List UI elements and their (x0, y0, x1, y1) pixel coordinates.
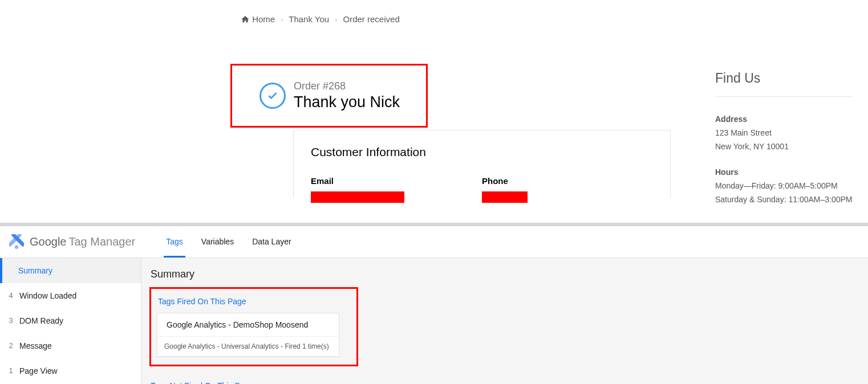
event-num: 3 (7, 316, 15, 325)
breadcrumb-order-received: Order received (343, 14, 400, 24)
gtm-brand-google: Google (30, 235, 67, 248)
confirmation-highlight: Order #268 Thank you Nick (230, 64, 428, 128)
gtm-panel: Google Tag Manager Tags Variables Data L… (0, 226, 868, 384)
sidebar-event-dom-ready[interactable]: 3 DOM Ready (0, 308, 141, 333)
address-label: Address (715, 113, 852, 126)
gtm-logo-icon (9, 234, 24, 249)
event-label: Message (19, 341, 52, 350)
gtm-left-panel: Summary 4 Window Loaded 3 DOM Ready 2 Me… (0, 258, 141, 384)
store-page: Home › Thank You › Order received Order … (0, 0, 868, 219)
hours-line2: Saturday & Sunday: 11:00AM–3:00PM (715, 193, 852, 207)
main-content: Order #268 Thank you Nick Customer Infor… (230, 64, 681, 219)
gtm-tabs: Tags Variables Data Layer (158, 226, 301, 258)
sidebar-event-window-loaded[interactable]: 4 Window Loaded (0, 283, 141, 308)
sidebar-find-us: Find Us Address 123 Main Street New York… (715, 64, 852, 219)
gtm-body: Summary 4 Window Loaded 3 DOM Ready 2 Me… (0, 258, 868, 384)
address-block: Address 123 Main Street New York, NY 100… (715, 113, 852, 153)
tab-tags[interactable]: Tags (158, 226, 191, 258)
gtm-summary-title: Summary (151, 268, 860, 280)
hours-block: Hours Monday—Friday: 9:00AM–5:00PM Satur… (715, 166, 852, 206)
sidebar-event-message[interactable]: 2 Message (0, 333, 141, 358)
gtm-right-panel: Summary Tags Fired On This Page Google A… (141, 258, 868, 384)
breadcrumb-thank-you[interactable]: Thank You (289, 14, 329, 24)
tags-fired-highlight: Tags Fired On This Page Google Analytics… (149, 287, 358, 366)
tags-not-fired-section: Tags Not Fired On This Page None (149, 381, 860, 384)
email-label: Email (311, 176, 482, 186)
chevron-right-icon: › (281, 16, 283, 24)
customer-phone-col: Phone (482, 176, 653, 203)
customer-email-col: Email (311, 176, 482, 203)
tags-not-fired-heading: Tags Not Fired On This Page (151, 381, 860, 384)
order-number: Order #268 (294, 80, 400, 92)
tab-variables[interactable]: Variables (193, 226, 242, 258)
home-icon (241, 15, 250, 24)
phone-redacted (482, 191, 528, 203)
phone-label: Phone (482, 176, 653, 186)
thank-you-heading: Thank you Nick (294, 93, 400, 111)
chevron-right-icon: › (335, 16, 337, 24)
check-circle-icon (259, 83, 286, 109)
tags-fired-heading: Tags Fired On This Page (158, 297, 351, 306)
store-body: Order #268 Thank you Nick Customer Infor… (0, 64, 868, 219)
divider (715, 96, 852, 97)
tab-data-layer[interactable]: Data Layer (244, 226, 299, 258)
sidebar-event-page-view[interactable]: 1 Page View (0, 358, 141, 383)
event-num: 2 (7, 341, 15, 350)
svg-point-2 (15, 246, 19, 250)
event-num: 4 (7, 291, 15, 300)
event-label: Page View (19, 366, 58, 375)
gtm-brand-tagmanager: Tag Manager (69, 235, 136, 248)
hours-label: Hours (715, 166, 852, 179)
tag-card-subtext: Google Analytics - Universal Analytics -… (157, 336, 339, 356)
gtm-header: Google Tag Manager Tags Variables Data L… (0, 226, 868, 258)
tag-card-title: Google Analytics - DemoShop Moosend (157, 313, 339, 336)
find-us-title: Find Us (715, 71, 852, 86)
hours-line1: Monday—Friday: 9:00AM–5:00PM (715, 179, 852, 193)
sidebar-item-summary[interactable]: Summary (0, 258, 141, 283)
customer-information-card: Customer Information Email Phone (293, 130, 671, 198)
breadcrumb-home[interactable]: Home (252, 14, 275, 24)
address-line1: 123 Main Street (715, 126, 852, 140)
event-label: Window Loaded (19, 291, 76, 300)
customer-information-title: Customer Information (311, 145, 653, 159)
event-label: DOM Ready (19, 316, 63, 325)
confirmation-text: Order #268 Thank you Nick (294, 80, 400, 111)
gtm-logo: Google Tag Manager (9, 234, 135, 249)
breadcrumb: Home › Thank You › Order received (0, 0, 868, 24)
email-redacted (311, 191, 404, 203)
tag-card[interactable]: Google Analytics - DemoShop Moosend Goog… (157, 313, 339, 357)
address-line2: New York, NY 10001 (715, 140, 852, 154)
event-num: 1 (7, 366, 15, 375)
